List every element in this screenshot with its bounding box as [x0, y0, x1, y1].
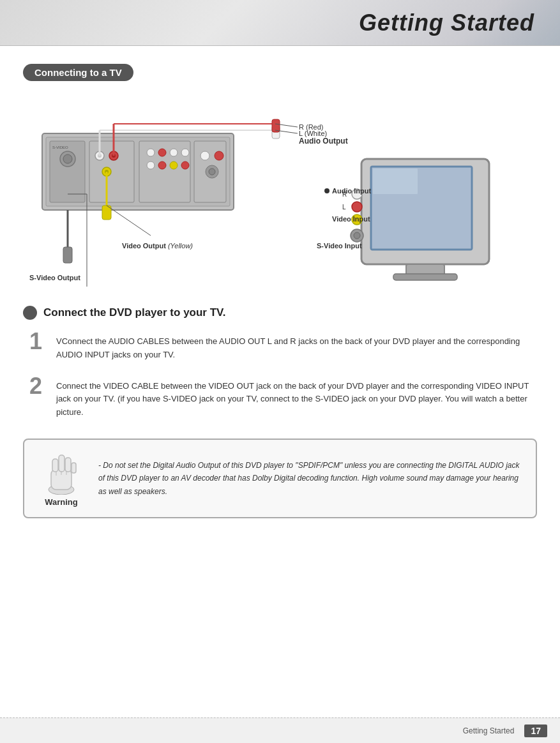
r-red-label: R (Red) [299, 123, 324, 131]
audio-output-label: Audio Output [299, 137, 348, 146]
svg-point-51 [354, 232, 360, 239]
svg-point-15 [158, 149, 166, 156]
s-video-output-label: S-Video Output [29, 274, 80, 281]
svg-rect-55 [59, 455, 64, 472]
svg-rect-58 [72, 463, 76, 473]
svg-point-14 [147, 149, 155, 156]
svg-point-16 [147, 161, 155, 169]
svg-point-18 [170, 149, 178, 156]
svg-point-5 [63, 154, 72, 163]
svg-rect-44 [373, 169, 418, 194]
warning-label: Warning [45, 497, 78, 507]
svg-point-20 [181, 149, 189, 156]
svg-rect-57 [52, 459, 58, 472]
svg-point-19 [170, 161, 178, 169]
svg-rect-6 [89, 141, 134, 202]
audio-r-label: R [342, 191, 347, 198]
audio-input-label: Audio Input [332, 187, 371, 195]
steps-heading-container: Connect the DVD player to your TV. [23, 306, 537, 320]
svg-rect-2 [50, 141, 85, 202]
footer-page-number: 17 [524, 724, 547, 737]
svg-rect-46 [393, 274, 457, 280]
steps-list: 1 VConnect the AUDIO CABLES between the … [29, 333, 537, 419]
step-text-2: Connect the VIDEO CABLE between the VIDE… [56, 377, 537, 419]
svg-point-26 [209, 169, 215, 175]
audio-l-label: L [342, 204, 346, 211]
page-header: Getting Started [0, 0, 560, 46]
page-footer: Getting Started 17 [0, 717, 560, 743]
s-video-input-label: S-Video Input [317, 242, 362, 250]
steps-heading-text: Connect the DVD player to your TV. [43, 306, 226, 319]
connection-diagram: S-VIDEO [23, 95, 534, 299]
step-item-2: 2 Connect the VIDEO CABLE between the VI… [29, 377, 537, 419]
svg-point-17 [158, 161, 166, 169]
step-text-1: VConnect the AUDIO CABLES between the AU… [56, 333, 537, 362]
diagram-area: S-VIDEO [23, 95, 537, 299]
video-input-label: Video Input [332, 215, 370, 223]
warning-icon-area: Warning [36, 450, 87, 507]
footer-text: Getting Started [463, 726, 515, 735]
step-number-2: 2 [29, 375, 47, 398]
section-heading: Connecting to a TV [23, 64, 133, 81]
page-title: Getting Started [359, 10, 534, 36]
svg-point-24 [215, 151, 223, 160]
svg-point-52 [324, 188, 329, 193]
video-output-label: Video Output (Yellow) [122, 242, 193, 250]
warning-hand-svg [42, 450, 80, 495]
warning-text: - Do not set the Digital Audio Output of… [98, 459, 524, 498]
step-item-1: 1 VConnect the AUDIO CABLES between the … [29, 333, 537, 362]
page-content: Connecting to a TV S-VIDEO [0, 46, 560, 743]
svg-point-21 [181, 161, 189, 169]
warning-box: Warning - Do not set the Digital Audio O… [23, 439, 537, 518]
step-number-1: 1 [29, 330, 47, 353]
svg-point-23 [201, 151, 209, 160]
svg-point-48 [352, 202, 362, 212]
svg-text:S-VIDEO: S-VIDEO [52, 146, 68, 149]
svg-rect-56 [65, 458, 71, 472]
steps-icon [23, 306, 37, 320]
svg-rect-28 [63, 247, 72, 263]
